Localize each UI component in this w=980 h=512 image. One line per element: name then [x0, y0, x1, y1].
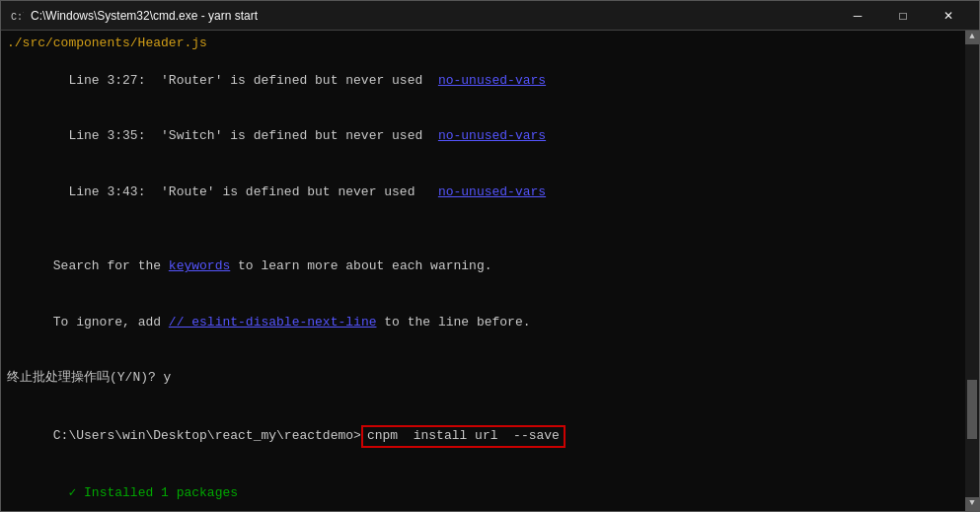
- lint-line-335: Line 3:35: 'Switch' is defined but never…: [7, 109, 973, 165]
- cmd-icon: C:\: [9, 8, 25, 24]
- scrollbar[interactable]: ▲ ▼: [965, 31, 979, 511]
- cmd-window: C:\ C:\Windows\System32\cmd.exe - yarn s…: [0, 0, 980, 512]
- blank-line-3: [7, 388, 973, 406]
- window-title: C:\Windows\System32\cmd.exe - yarn start: [31, 9, 258, 23]
- maximize-button[interactable]: □: [880, 1, 926, 31]
- cnpm-command-line: C:\Users\win\Desktop\react_my\reactdemo>…: [7, 406, 973, 467]
- scrollbar-thumb[interactable]: [967, 380, 977, 439]
- blank-line-2: [7, 350, 973, 369]
- lint-line-327: Line 3:27: 'Router' is defined but never…: [7, 53, 973, 110]
- scrollbar-track[interactable]: [965, 44, 979, 497]
- svg-text:C:\: C:\: [11, 12, 24, 23]
- yn-prompt-line: 终止批处理操作吗(Y/N)? y: [7, 369, 973, 388]
- minimize-button[interactable]: ─: [835, 1, 880, 31]
- close-button[interactable]: ✕: [926, 1, 971, 31]
- title-bar-left: C:\ C:\Windows\System32\cmd.exe - yarn s…: [9, 8, 258, 24]
- ignore-line: To ignore, add // eslint-disable-next-li…: [7, 295, 973, 351]
- header-path-line: ./src/components/Header.js: [7, 35, 973, 53]
- search-line: Search for the keywords to learn more ab…: [7, 239, 973, 295]
- title-bar: C:\ C:\Windows\System32\cmd.exe - yarn s…: [1, 1, 979, 31]
- highlighted-command: cnpm install url --save: [361, 425, 565, 448]
- scrollbar-down-button[interactable]: ▼: [965, 497, 979, 511]
- terminal-output: ./src/components/Header.js Line 3:27: 'R…: [1, 31, 979, 511]
- blank-line-1: [7, 220, 973, 239]
- title-bar-controls: ─ □ ✕: [835, 1, 971, 31]
- scrollbar-up-button[interactable]: ▲: [965, 31, 979, 44]
- install-line-1: ✓ Installed 1 packages: [7, 466, 973, 511]
- lint-line-343: Line 3:43: 'Route' is defined but never …: [7, 165, 973, 221]
